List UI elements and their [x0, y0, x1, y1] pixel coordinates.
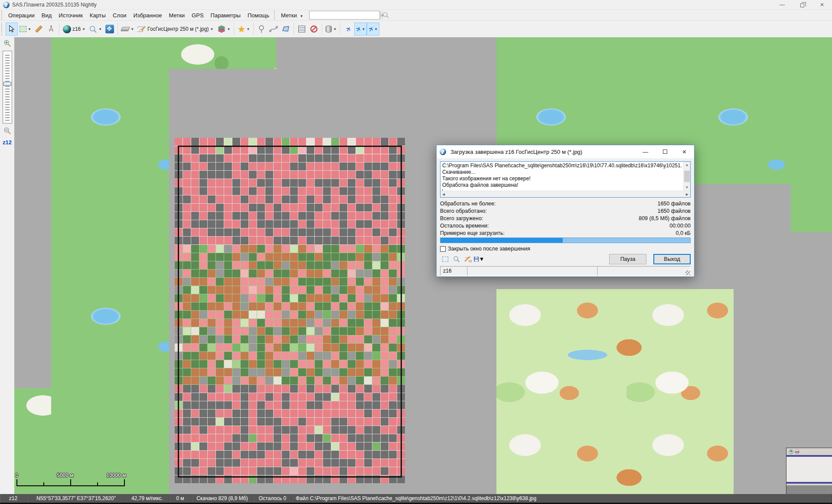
ruler-tool-button[interactable] — [33, 23, 45, 36]
grid-tile — [307, 327, 314, 335]
mini-add-button[interactable]: ✚ — [789, 449, 793, 454]
grid-tile — [307, 163, 314, 170]
grid-tile — [224, 385, 232, 393]
grid-tile — [397, 426, 405, 434]
close-button[interactable]: ✕ — [812, 0, 832, 10]
map-source-dropdown[interactable]: ГосГисЦентр 250 м (*.jpg) ▼ — [136, 23, 215, 36]
grid-tile — [265, 179, 273, 187]
map-region-right-edge[interactable] — [791, 184, 832, 232]
zoom-level-dropdown[interactable]: z16 ▼ — [61, 23, 87, 36]
scroll-right-icon[interactable]: ▶ — [686, 192, 688, 196]
route-tool-button[interactable] — [45, 23, 57, 36]
scroll-left-icon[interactable]: ◀ — [442, 192, 445, 196]
scrollbar-thumb[interactable] — [684, 171, 690, 182]
zoom-in-icon[interactable] — [3, 39, 11, 47]
cursor-tool-button[interactable] — [6, 23, 18, 36]
map-region-bottom-right[interactable] — [496, 289, 734, 494]
fill-map-button[interactable]: ▼ — [120, 23, 136, 36]
pause-button[interactable]: Пауза — [609, 254, 646, 264]
grid-tile — [241, 451, 248, 458]
add-placemark-button[interactable] — [255, 23, 268, 36]
map-region-left-strip[interactable] — [51, 37, 169, 494]
download-log[interactable]: C:\Program Files\SAS Planet\cache_sqlite… — [440, 161, 691, 198]
grid-tile — [175, 163, 183, 170]
menu-view[interactable]: Вид — [38, 11, 55, 20]
grid-tile — [191, 154, 199, 162]
search-combobox[interactable]: ∨ — [309, 11, 380, 20]
grid-tile — [232, 302, 240, 310]
dialog-close-button[interactable]: ✕ — [675, 145, 694, 158]
search-input[interactable] — [310, 11, 380, 19]
mini-remove-button[interactable]: ▬ — [795, 449, 799, 454]
fullscreen-button[interactable] — [104, 23, 116, 36]
zoom-rect-button[interactable]: ▼ — [87, 23, 104, 36]
grid-tile — [191, 385, 199, 393]
layers-dropdown[interactable]: ▼ — [215, 23, 232, 36]
grid-tile — [364, 179, 372, 187]
grid-tile — [364, 286, 372, 294]
grid-tile — [274, 451, 281, 458]
zoom-slider[interactable] — [3, 51, 12, 124]
grid-tile — [183, 377, 191, 384]
menu-gps[interactable]: GPS — [188, 11, 207, 20]
dialog-minimize-button[interactable]: — — [636, 145, 655, 158]
grid-tile — [372, 434, 380, 442]
close-after-finish-checkbox[interactable] — [440, 246, 446, 252]
dialog-maximize-button[interactable] — [655, 145, 675, 158]
menu-favorites[interactable]: Избранное — [130, 11, 166, 20]
exit-button[interactable]: Выход — [653, 254, 691, 264]
goto-region-button[interactable] — [451, 254, 462, 264]
favorites-dropdown[interactable]: ★ ▼ — [236, 23, 251, 36]
grid-tile — [290, 220, 298, 228]
restore-button[interactable] — [792, 0, 812, 10]
map-area[interactable]: 0 5000 м 10000 м Загрузка завершена z16 … — [14, 37, 832, 494]
placemark-list-button[interactable] — [296, 23, 308, 36]
grid-tile — [216, 187, 224, 195]
eraser-icon — [121, 27, 130, 31]
grid-tile — [298, 154, 306, 162]
grid-tile — [199, 228, 207, 236]
grid-tile — [372, 467, 380, 475]
menu-settings[interactable]: Параметры — [207, 11, 244, 20]
menu-layers[interactable]: Слои — [109, 11, 130, 20]
split-task-button[interactable]: x2 — [463, 254, 473, 264]
download-grid[interactable] — [175, 138, 405, 483]
log-horizontal-scrollbar[interactable]: ◀ ▶ — [440, 191, 690, 197]
menu-marks[interactable]: Метки — [165, 11, 188, 20]
minimize-button[interactable]: — — [772, 0, 792, 10]
grid-tile — [257, 393, 265, 401]
save-task-button[interactable]: ▼ — [474, 254, 484, 264]
marks-dropdown-button[interactable]: Метки ▼ — [277, 11, 307, 20]
grid-tile — [298, 426, 306, 434]
menu-help[interactable]: Помощь — [244, 11, 273, 20]
scroll-down-icon[interactable]: ▼ — [684, 184, 690, 191]
grid-tile — [241, 302, 248, 310]
gps-connect-button[interactable]: 🛪 — [342, 23, 354, 36]
grid-tile — [298, 138, 306, 146]
zoom-slider-handle[interactable] — [3, 82, 11, 86]
resize-grip[interactable] — [685, 270, 690, 275]
map-region-top-strip[interactable] — [169, 37, 276, 69]
grid-tile — [298, 286, 306, 294]
menu-operations[interactable]: Операции — [5, 11, 38, 20]
grid-tile — [249, 410, 257, 417]
hide-marks-button[interactable] — [308, 23, 320, 36]
gps-follow-button[interactable]: 🛪 ▼ — [367, 23, 379, 36]
search-icon[interactable] — [382, 12, 389, 19]
menu-maps[interactable]: Карты — [86, 11, 109, 20]
cache-dropdown[interactable]: ▼ — [324, 23, 338, 36]
menu-source[interactable]: Источник — [55, 11, 86, 20]
add-polygon-button[interactable] — [280, 23, 292, 36]
zoom-out-icon[interactable] — [3, 127, 11, 135]
select-region-button[interactable] — [440, 254, 450, 264]
add-path-button[interactable] — [268, 23, 280, 36]
grid-tile — [397, 467, 405, 475]
grid-tile — [323, 270, 331, 277]
scroll-up-icon[interactable]: ▲ — [684, 162, 690, 168]
gps-track-button[interactable]: 🛪 ▼ — [354, 23, 367, 36]
grid-tile — [208, 146, 215, 154]
log-vertical-scrollbar[interactable]: ▲ ▼ — [683, 162, 690, 191]
selection-tool-button[interactable]: ▼ — [18, 23, 33, 36]
dialog-title-bar[interactable]: Загрузка завершена z16 ГосГисЦентр 250 м… — [437, 145, 694, 158]
grid-tile — [175, 261, 183, 269]
